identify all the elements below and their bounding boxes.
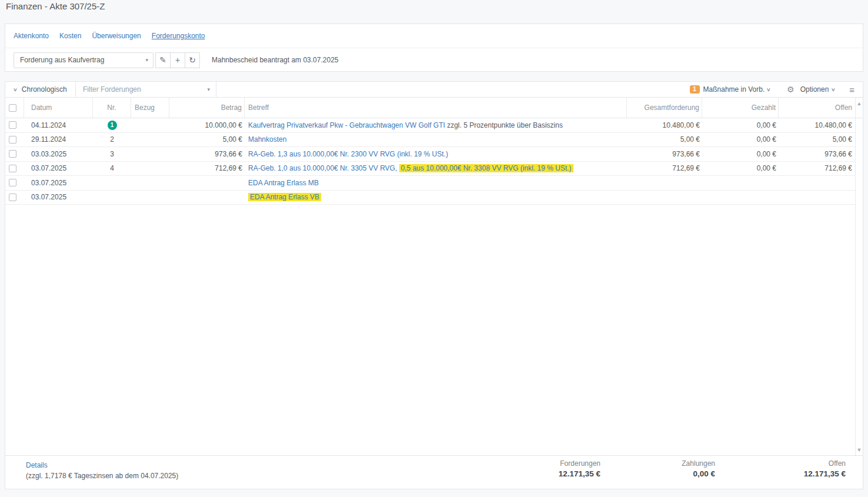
- measure-dropdown[interactable]: Maßnahme in Vorb.: [703, 85, 765, 94]
- details-link[interactable]: Details: [26, 461, 178, 469]
- row-betrag: 712,69 €: [169, 164, 245, 172]
- column-header-gezahlt: Gezahlt: [702, 98, 779, 118]
- gear-icon[interactable]: ⚙: [787, 85, 794, 94]
- filter-placeholder: Filter Forderungen: [83, 85, 141, 94]
- row-betreff-link[interactable]: RA-Geb. 1,0 aus 10.000,00€ Nr. 3305 VV R…: [248, 164, 399, 172]
- chevron-down-icon: ∨: [831, 87, 836, 92]
- row-offen: 973,66 €: [779, 150, 856, 158]
- claim-select[interactable]: Forderung aus Kaufvertrag ▾: [14, 52, 153, 68]
- row-betrag: 10.000,00 €: [169, 121, 245, 129]
- tab-aktenkonto[interactable]: Aktenkonto: [14, 32, 49, 40]
- edit-claim-button[interactable]: ✎: [155, 52, 171, 68]
- column-header-gesamtforderung: Gesamtforderung: [627, 98, 702, 118]
- select-all-checkbox[interactable]: [9, 104, 16, 112]
- row-checkbox[interactable]: [9, 194, 16, 201]
- total-value: 0,00 €: [597, 469, 715, 478]
- table-header-row: Datum Nr. Bezug Betrag Betreff Gesamtfor…: [5, 98, 863, 118]
- daily-interest-note: (zzgl. 1,7178 € Tageszinsen ab dem 04.07…: [26, 472, 178, 480]
- total-offen: Offen 12.171,35 €: [728, 459, 846, 478]
- row-betreff-link[interactable]: RA-Geb. 1,3 aus 10.000,00€ Nr. 2300 VV R…: [248, 150, 448, 158]
- row-checkbox[interactable]: [9, 150, 16, 158]
- caret-down-icon: ▾: [207, 86, 210, 92]
- scroll-up-icon[interactable]: ▲: [857, 101, 862, 106]
- page-title: Finanzen - Akte 307/25-Z: [6, 1, 105, 11]
- row-betreff-link[interactable]: EDA Antrag Erlass MB: [248, 179, 319, 187]
- claim-select-value: Forderung aus Kaufvertrag: [20, 56, 104, 64]
- row-gesamtforderung: 10.480,00 €: [627, 121, 702, 129]
- total-value: 12.171,35 €: [728, 469, 846, 478]
- chevron-down-icon: ∨: [766, 87, 771, 92]
- refresh-icon: ↻: [189, 55, 196, 65]
- add-claim-button[interactable]: +: [170, 52, 185, 68]
- row-betrag: 5,00 €: [169, 135, 245, 144]
- tab-kosten[interactable]: Kosten: [59, 32, 81, 40]
- table-row: 03.07.2025 EDA Antrag Erlass VB: [5, 191, 856, 205]
- table-footer: Details (zzgl. 1,7178 € Tageszinsen ab d…: [5, 455, 863, 489]
- forderungskonto-table-panel: ∨ Chronologisch Filter Forderungen ▾ 1 M…: [5, 81, 863, 489]
- column-header-nr: Nr.: [93, 98, 131, 118]
- table-row: 29.11.2024 2 5,00 € Mahnkosten 5,00 € 0,…: [5, 133, 856, 148]
- row-offen: 5,00 €: [779, 135, 856, 144]
- total-label: Forderungen: [483, 459, 600, 468]
- finance-toolbar-panel: Aktenkonto Kosten Überweisungen Forderun…: [5, 24, 863, 72]
- row-checkbox[interactable]: [9, 179, 16, 186]
- filter-bar-right-controls: 1 Maßnahme in Vorb. ∨ ⚙ Optionen ∨ ≡: [690, 85, 863, 95]
- row-gezahlt: 0,00 €: [702, 121, 779, 129]
- tab-ueberweisungen[interactable]: Überweisungen: [92, 32, 141, 40]
- tab-bar: Aktenkonto Kosten Überweisungen Forderun…: [5, 24, 863, 48]
- pencil-icon: ✎: [159, 55, 166, 65]
- row-checkbox[interactable]: [9, 121, 16, 129]
- row-betreff-highlighted-link[interactable]: EDA Antrag Erlass VB: [248, 193, 321, 201]
- column-header-betreff: Betreff: [245, 98, 627, 118]
- table-row: 03.03.2025 3 973,66 € RA-Geb. 1,3 aus 10…: [5, 147, 856, 162]
- row-offen: 712,69 €: [779, 164, 856, 172]
- options-dropdown[interactable]: Optionen: [800, 85, 829, 94]
- row-gesamtforderung: 973,66 €: [627, 150, 702, 158]
- row-betreff-link[interactable]: Mahnkosten: [248, 135, 286, 144]
- total-zahlungen: Zahlungen 0,00 €: [597, 459, 715, 478]
- row-gesamtforderung: 5,00 €: [627, 135, 702, 144]
- row-number-badge: 1: [108, 121, 117, 130]
- table-row: 03.07.2025 4 712,69 € RA-Geb. 1,0 aus 10…: [5, 162, 856, 176]
- scroll-down-icon[interactable]: ▼: [857, 448, 862, 453]
- chevron-down-icon: ∨: [13, 87, 18, 92]
- sort-order-button[interactable]: ∨ Chronologisch: [5, 82, 76, 97]
- column-header-offen: Offen: [779, 98, 856, 118]
- row-betreff-link[interactable]: Kaufvertrag Privatverkauf Pkw - Gebrauch…: [248, 121, 445, 129]
- column-header-datum: Datum: [24, 98, 93, 118]
- row-number: 2: [93, 135, 131, 144]
- row-date: 03.03.2025: [24, 150, 93, 158]
- row-gezahlt: 0,00 €: [702, 164, 779, 172]
- row-date: 03.07.2025: [24, 164, 93, 172]
- row-date: 04.11.2024: [24, 121, 93, 129]
- filter-forderungen-select[interactable]: Filter Forderungen ▾: [76, 82, 216, 97]
- row-gezahlt: 0,00 €: [702, 150, 779, 158]
- menu-icon[interactable]: ≡: [849, 85, 854, 95]
- row-date: 03.07.2025: [24, 193, 93, 201]
- tab-forderungskonto[interactable]: Forderungskonto: [152, 32, 205, 40]
- row-checkbox[interactable]: [9, 165, 16, 172]
- total-value: 12.171,35 €: [483, 469, 600, 478]
- mahnbescheid-status-text: Mahnbescheid beantragt am 03.07.2025: [212, 56, 339, 64]
- claim-controls-row: Forderung aus Kaufvertrag ▾ ✎ + ↻ Mahnbe…: [5, 48, 863, 72]
- total-label: Zahlungen: [597, 459, 715, 468]
- table-filter-bar: ∨ Chronologisch Filter Forderungen ▾ 1 M…: [5, 82, 863, 98]
- table-row: 03.07.2025 EDA Antrag Erlass MB: [5, 176, 856, 191]
- measure-count-badge: 1: [690, 85, 700, 94]
- column-header-bezug: Bezug: [131, 98, 169, 118]
- footer-details-block: Details (zzgl. 1,7178 € Tageszinsen ab d…: [26, 461, 178, 480]
- row-betrag: 973,66 €: [169, 150, 245, 158]
- refresh-claim-button[interactable]: ↻: [185, 52, 200, 68]
- row-checkbox[interactable]: [9, 136, 16, 144]
- row-number: 4: [93, 164, 131, 172]
- row-betreff-suffix: zzgl. 5 Prozentpunkte über Basiszins: [445, 121, 563, 129]
- row-offen: 10.480,00 €: [779, 121, 856, 129]
- row-date: 29.11.2024: [24, 135, 93, 144]
- column-header-betrag: Betrag: [169, 98, 245, 118]
- claim-button-group: ✎ + ↻: [156, 52, 200, 68]
- caret-down-icon: ▾: [145, 57, 148, 63]
- sort-order-label: Chronologisch: [22, 85, 67, 94]
- table-row: 04.11.2024 1 10.000,00 € Kaufvertrag Pri…: [5, 118, 856, 133]
- table-scrollbar[interactable]: ▲ ▼: [855, 98, 863, 456]
- row-betreff-highlighted-link[interactable]: 0,5 aus 10.000,00€ Nr. 3308 VV RVG (inkl…: [399, 164, 573, 172]
